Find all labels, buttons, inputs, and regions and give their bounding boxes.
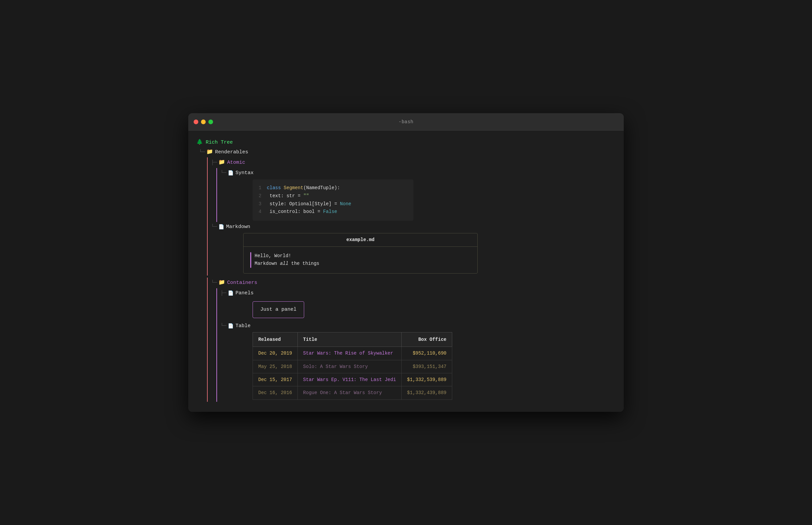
atomic-connector: ├─ [211, 159, 217, 167]
cell-title-2: Star Wars Ep. V111: The Last Jedi [297, 373, 401, 386]
md-line-1: Hello, World! [255, 252, 319, 260]
table-file-icon: 📄 [228, 322, 234, 330]
markdown-body: Hello, World! Markdown all the things [243, 247, 477, 273]
tree-root-row: 🌲 Rich Tree [196, 138, 616, 147]
atomic-folder-icon: 📁 [218, 159, 225, 167]
tree-root-label: Rich Tree [206, 139, 233, 147]
table-body: Dec 20, 2019 Star Wars: The Rise of Skyw… [253, 347, 452, 400]
code-line-3: 3 style: Optional[Style] = None [259, 200, 407, 208]
cell-money-3: $1,332,439,889 [402, 386, 452, 400]
panels-label: Panels [236, 289, 254, 297]
table-head: Released Title Box Office [253, 332, 452, 347]
containers-label: Containers [227, 279, 257, 287]
cell-title-0: Star Wars: The Rise of Skywalker [297, 347, 401, 360]
markdown-panel: example.md Hello, World! Markdown all th… [243, 233, 478, 273]
minimize-button[interactable] [201, 120, 206, 124]
code-block: 1class Segment(NamedTuple): 2 text: str … [253, 179, 413, 221]
panel-label: Just a panel [260, 307, 296, 312]
syntax-content: └─ 📄 Syntax 1class Segment(NamedTuple): … [220, 168, 616, 222]
renderables-row: └─ 📁 Renderables [196, 148, 616, 157]
tree-icon: 🌲 [196, 138, 203, 147]
line-num-1: 1 [259, 185, 261, 191]
table-row-3: Dec 16, 2016 Rogue One: A Star Wars Stor… [253, 386, 452, 400]
panels-table-section: ├─ 📄 Panels Just a panel └─ [211, 288, 616, 402]
markdown-row: └─ 📄 Markdown [211, 223, 616, 231]
data-table: Released Title Box Office Dec 20, 2019 S… [253, 332, 452, 400]
table-header-row: Released Title Box Office [253, 332, 452, 347]
atomic-content: ├─ 📁 Atomic └─ 📄 Syntax [211, 158, 616, 275]
markdown-label: Markdown [226, 223, 250, 231]
cell-money-0: $952,110,690 [402, 347, 452, 360]
panels-row: ├─ 📄 Panels [220, 289, 616, 297]
atomic-label: Atomic [227, 159, 245, 167]
panel-box: Just a panel [253, 301, 304, 318]
l-connector: └─ [199, 148, 205, 156]
containers-section: └─ 📁 Containers ├─ 📄 Panels [196, 278, 616, 402]
markdown-filename: example.md [243, 234, 477, 246]
containers-content: └─ 📁 Containers ├─ 📄 Panels [211, 278, 616, 402]
panels-connector: ├─ [220, 289, 226, 297]
renderables-folder-icon: 📁 [206, 148, 213, 157]
md-italic: all [280, 261, 289, 266]
col-title: Title [297, 332, 401, 347]
syntax-file-icon: 📄 [228, 169, 234, 177]
close-button[interactable] [194, 120, 198, 124]
cell-title-3: Rogue One: A Star Wars Story [297, 386, 401, 400]
panels-file-icon: 📄 [228, 290, 234, 297]
md-line-2: Markdown all the things [255, 260, 319, 268]
cell-money-1: $393,151,347 [402, 360, 452, 373]
titlebar: -bash [188, 113, 624, 131]
table-container: Released Title Box Office Dec 20, 2019 S… [220, 332, 616, 400]
terminal-window: -bash 🌲 Rich Tree └─ 📁 Renderables ├─ 📁 … [188, 113, 624, 412]
cell-date-1: May 25, 2018 [253, 360, 298, 373]
table-row-2: Dec 15, 2017 Star Wars Ep. V111: The Las… [253, 373, 452, 386]
window-title: -bash [399, 119, 414, 124]
col-boxoffice: Box Office [402, 332, 452, 347]
markdown-connector: └─ [211, 223, 217, 231]
code-line-1: 1class Segment(NamedTuple): [259, 184, 407, 192]
containers-folder-icon: 📁 [218, 279, 225, 287]
panel-container: Just a panel [220, 299, 616, 320]
line-num-3: 3 [259, 201, 261, 207]
cell-date-3: Dec 16, 2016 [253, 386, 298, 400]
traffic-lights [194, 120, 213, 124]
syntax-row: └─ 📄 Syntax [220, 169, 616, 177]
cell-date-2: Dec 15, 2017 [253, 373, 298, 386]
syntax-section: └─ 📄 Syntax 1class Segment(NamedTuple): … [211, 168, 616, 222]
table-connector: └─ [220, 322, 226, 330]
renderables-label: Renderables [215, 148, 248, 156]
line-num-2: 2 [259, 193, 261, 198]
purple-vert-line-2 [217, 288, 217, 402]
cell-money-2: $1,332,539,889 [402, 373, 452, 386]
code-line-4: 4 is_control: bool = False [259, 208, 407, 216]
terminal-content: 🌲 Rich Tree └─ 📁 Renderables ├─ 📁 Atomic [188, 131, 624, 412]
markdown-text: Hello, World! Markdown all the things [255, 252, 319, 268]
atomic-section: ├─ 📁 Atomic └─ 📄 Syntax [196, 158, 616, 275]
md-pre: Markdown [255, 261, 280, 266]
cell-title-1: Solo: A Star Wars Story [297, 360, 401, 373]
syntax-connector: └─ [220, 169, 226, 177]
line-num-4: 4 [259, 209, 261, 214]
maximize-button[interactable] [208, 120, 213, 124]
panels-table-content: ├─ 📄 Panels Just a panel └─ [220, 288, 616, 402]
table-row-label: └─ 📄 Table [220, 322, 616, 330]
red-vert-line [207, 158, 208, 275]
purple-vert-line [217, 168, 217, 222]
containers-row: └─ 📁 Containers [211, 279, 616, 287]
syntax-label: Syntax [236, 169, 254, 177]
col-released: Released [253, 332, 298, 347]
md-post: the things [289, 261, 319, 266]
markdown-file-icon: 📄 [218, 223, 224, 231]
quote-bar [250, 252, 251, 268]
table-label: Table [236, 322, 251, 330]
cell-date-0: Dec 20, 2019 [253, 347, 298, 360]
red-vert-line-2 [207, 278, 208, 402]
code-line-2: 2 text: str = "" [259, 192, 407, 200]
table-row-0: Dec 20, 2019 Star Wars: The Rise of Skyw… [253, 347, 452, 360]
containers-connector: └─ [211, 279, 217, 287]
table-row-1: May 25, 2018 Solo: A Star Wars Story $39… [253, 360, 452, 373]
atomic-row: ├─ 📁 Atomic [211, 159, 616, 167]
